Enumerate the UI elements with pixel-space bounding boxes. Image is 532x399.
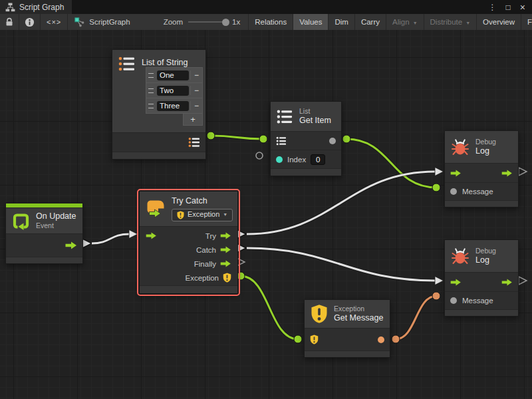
flow-input-arrow-icon[interactable] bbox=[146, 232, 157, 239]
item-output-port[interactable] bbox=[329, 138, 336, 144]
flow-output-arrow-icon[interactable] bbox=[220, 232, 231, 239]
exception-output-port-icon[interactable] bbox=[223, 273, 231, 283]
port-label-catch: Catch bbox=[196, 246, 216, 254]
remove-item-button[interactable]: − bbox=[190, 101, 202, 110]
chevron-down-icon: ▼ bbox=[466, 21, 470, 25]
message-input-port[interactable] bbox=[450, 297, 457, 304]
script-graph-icon bbox=[74, 17, 84, 27]
wire-arrowhead-icon bbox=[435, 277, 444, 285]
wire-endpoint-dot[interactable] bbox=[207, 132, 215, 140]
index-input-port[interactable] bbox=[276, 156, 283, 163]
message-output-port[interactable] bbox=[378, 336, 384, 343]
on-update-event-icon bbox=[12, 212, 30, 230]
graph-breadcrumb[interactable]: ScriptGraph bbox=[68, 14, 136, 30]
distribute-dropdown-button[interactable]: Distribute ▼ bbox=[424, 14, 477, 30]
carry-button[interactable]: Carry bbox=[354, 14, 386, 30]
overview-button[interactable]: Overview bbox=[476, 14, 521, 30]
debug-log-bottom-flow-out-connector[interactable] bbox=[519, 277, 527, 285]
list-icon bbox=[118, 55, 136, 72]
wire-get_message.message_out-to-debug_log_bottom.message_in[interactable] bbox=[396, 296, 436, 339]
graph-hierarchy-icon bbox=[5, 3, 15, 12]
code-preview-button[interactable]: <×> bbox=[41, 14, 68, 30]
add-item-button[interactable]: + bbox=[183, 114, 203, 126]
flow-output-arrow-icon[interactable] bbox=[220, 260, 231, 267]
wire-get_item.item_out-to-debug_log_top.message_in[interactable] bbox=[346, 139, 436, 188]
flow-output-arrow-icon[interactable] bbox=[65, 241, 77, 249]
info-button[interactable] bbox=[19, 14, 41, 30]
relations-button[interactable]: Relations bbox=[248, 14, 293, 30]
try-catch-icon bbox=[146, 199, 166, 219]
tab-script-graph[interactable]: Script Graph bbox=[0, 0, 72, 14]
wire-arrowhead-icon bbox=[129, 230, 138, 239]
chevron-down-icon: ▼ bbox=[413, 21, 418, 25]
wire-endpoint-dot[interactable] bbox=[294, 335, 302, 343]
get-item-index-in-connector[interactable] bbox=[256, 152, 263, 159]
node-debug-log-top[interactable]: Debug Log Message bbox=[444, 130, 519, 207]
node-get-item[interactable]: List Get Item Index 0 bbox=[270, 101, 342, 176]
wire-endpoint-dot[interactable] bbox=[259, 135, 267, 143]
on-update-flow-out-connector[interactable] bbox=[82, 239, 92, 248]
try-out-connector[interactable] bbox=[237, 229, 246, 239]
zoom-slider-handle[interactable] bbox=[222, 19, 229, 26]
wire-endpoint-dot[interactable] bbox=[432, 292, 440, 300]
align-dropdown-button[interactable]: Align ▼ bbox=[386, 14, 424, 30]
list-item-input[interactable]: One bbox=[157, 70, 189, 80]
wire-try_catch.try_out-to-debug_log_top.flow_in[interactable] bbox=[247, 172, 435, 234]
wire-try_catch.catch_out-to-debug_log_bottom.flow_in[interactable] bbox=[247, 248, 435, 281]
node-on-update[interactable]: On Update Event bbox=[5, 203, 83, 264]
dim-button[interactable]: Dim bbox=[328, 14, 354, 30]
message-input-port[interactable] bbox=[450, 188, 457, 195]
list-item-input[interactable]: Three bbox=[157, 101, 189, 111]
list-item-input[interactable]: Two bbox=[157, 86, 189, 96]
zoom-label: Zoom bbox=[164, 18, 183, 26]
node-title: Get Item bbox=[299, 116, 331, 126]
exception-input-port-icon[interactable] bbox=[310, 334, 319, 344]
flow-input-arrow-icon[interactable] bbox=[450, 170, 462, 177]
values-button[interactable]: Values bbox=[293, 14, 328, 30]
drag-handle-icon[interactable] bbox=[146, 88, 156, 93]
graph-name-label: ScriptGraph bbox=[89, 18, 130, 26]
remove-item-button[interactable]: − bbox=[190, 70, 202, 80]
full-screen-button[interactable]: Full Screen bbox=[521, 14, 532, 30]
lock-button[interactable] bbox=[0, 14, 19, 30]
wire-endpoint-dot[interactable] bbox=[432, 184, 440, 192]
node-try-catch[interactable]: Try Catch Exception ▼ bbox=[139, 191, 238, 294]
shield-warning-icon bbox=[177, 211, 184, 219]
wire-endpoint-dot[interactable] bbox=[342, 135, 350, 143]
flow-output-arrow-icon[interactable] bbox=[501, 170, 513, 177]
catch-out-connector[interactable] bbox=[237, 243, 246, 253]
index-value-input[interactable]: 0 bbox=[311, 154, 325, 165]
info-icon bbox=[25, 17, 35, 27]
node-title: List of String bbox=[142, 58, 188, 67]
list-item-row: Two − bbox=[146, 82, 203, 98]
drag-handle-icon[interactable] bbox=[146, 104, 156, 108]
node-get-message[interactable]: Exception Get Message bbox=[304, 299, 390, 358]
lock-icon bbox=[5, 17, 13, 27]
node-list-of-string[interactable]: List of String One − Two − Three − bbox=[112, 49, 206, 160]
window-maximize-icon[interactable]: □ bbox=[506, 3, 511, 11]
flow-input-arrow-icon[interactable] bbox=[450, 279, 462, 286]
list-output-port-icon[interactable] bbox=[188, 137, 200, 148]
window-menu-icon[interactable]: ⋮ bbox=[489, 3, 497, 11]
node-debug-log-bottom[interactable]: Debug Log Message bbox=[444, 239, 519, 317]
flow-output-arrow-icon[interactable] bbox=[220, 246, 231, 253]
remove-item-button[interactable]: − bbox=[190, 86, 202, 95]
list-input-port-icon[interactable] bbox=[276, 136, 287, 146]
tab-title: Script Graph bbox=[19, 3, 64, 12]
wire-endpoint-dot[interactable] bbox=[392, 335, 400, 343]
wire-try_catch.exception_out-to-get_message.exception_in[interactable] bbox=[241, 276, 298, 339]
shield-warning-icon bbox=[311, 304, 328, 324]
window-close-icon[interactable]: × bbox=[520, 3, 525, 12]
exception-type-dropdown[interactable]: Exception ▼ bbox=[172, 209, 233, 221]
graph-canvas[interactable]: List of String One − Two − Three − bbox=[0, 30, 532, 399]
port-label-try: Try bbox=[205, 232, 216, 240]
flow-output-arrow-icon[interactable] bbox=[501, 279, 513, 286]
list-item-row: Three − bbox=[146, 98, 203, 114]
window-controls: ⋮ □ × bbox=[489, 0, 532, 14]
drag-handle-icon[interactable] bbox=[146, 73, 156, 78]
debug-log-top-flow-out-connector[interactable] bbox=[519, 168, 527, 176]
bug-icon bbox=[451, 138, 469, 156]
zoom-slider[interactable] bbox=[188, 21, 227, 23]
message-port-label: Message bbox=[462, 188, 493, 196]
port-label-exception: Exception bbox=[185, 274, 219, 282]
